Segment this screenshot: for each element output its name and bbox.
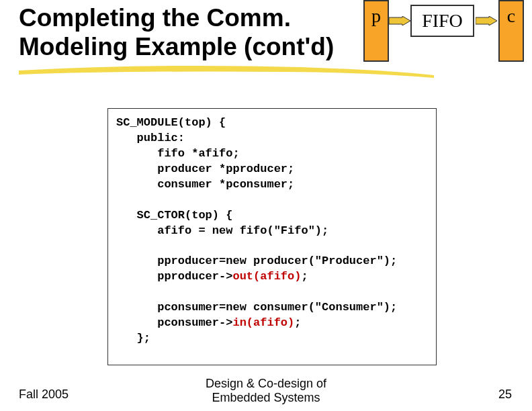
diagram-consumer-box: c [498,0,524,62]
code-line: }; [116,332,150,345]
title-underline [19,63,435,77]
code-line: pproducer=new producer("Producer"); [116,255,397,267]
code-line: afifo = new fifo("Fifo"); [116,224,328,237]
diagram-producer-label: p [371,5,381,60]
code-line: consumer *pconsumer; [116,178,294,191]
code-highlight: in(afifo) [232,316,294,329]
slide-number: 25 [498,387,512,402]
code-block: SC_MODULE(top) { public: fifo *afifo; pr… [107,108,437,365]
code-line: pproducer-> [116,270,232,283]
code-highlight: out(afifo) [232,270,301,283]
diagram-producer-box: p [363,0,389,62]
code-line: ; [294,316,301,329]
code-line: pconsumer=new consumer("Consumer"); [116,301,397,314]
code-line: public: [116,132,185,144]
arrow-icon [389,16,409,26]
svg-marker-1 [476,16,497,26]
arrow-icon [476,16,496,26]
footer-course-line2: Embedded Systems [212,391,320,404]
diagram-consumer-label: c [507,5,515,60]
code-line: ; [301,270,308,283]
code-line: SC_CTOR(top) { [116,209,232,222]
code-line: producer *pproducer; [116,163,294,175]
diagram-fifo-label: FIFO [422,10,463,32]
footer-course: Design & Co-design of Embedded Systems [0,377,532,406]
code-line: pconsumer-> [116,316,232,329]
svg-marker-0 [389,16,410,26]
code-line: SC_MODULE(top) { [116,116,226,129]
code-line: fifo *afifo; [116,147,240,160]
diagram-fifo-box: FIFO [410,5,474,37]
footer-course-line1: Design & Co-design of [206,377,326,390]
